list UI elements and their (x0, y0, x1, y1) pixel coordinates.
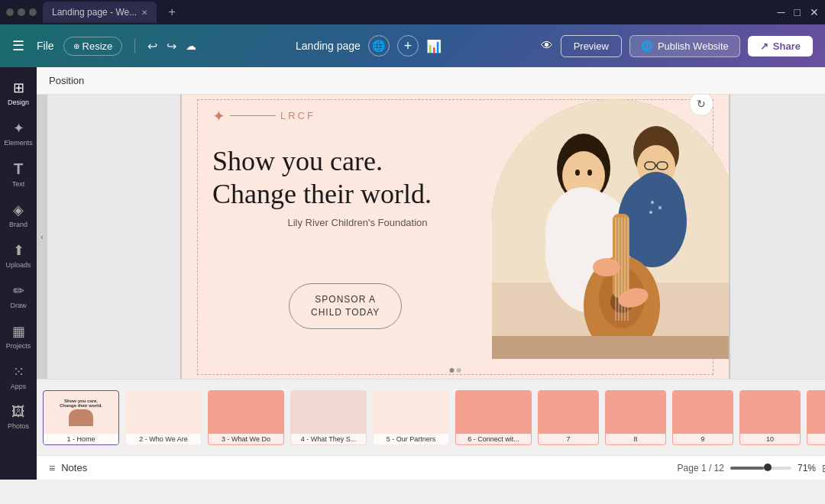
logo-area: ✦ LRCF (212, 107, 315, 125)
zoom-slider[interactable] (730, 467, 791, 470)
sidebar: ⊞ Design ✦ Elements T Text ◈ Brand ⬆ Upl… (0, 67, 37, 480)
svg-point-5 (575, 170, 580, 176)
view-toggle: ⊞ ⊟ (822, 462, 825, 474)
logo-text: LRCF (280, 110, 315, 121)
scroll-left-handle[interactable]: ‹ (37, 95, 47, 379)
canvas[interactable]: ✦ LRCF Show you care. Change their world… (180, 95, 730, 379)
publish-button[interactable]: 🌐 Publish Website (629, 35, 740, 57)
thumb-11-label: 11 (807, 434, 825, 444)
thumb-1-title: Show you care.Change their world. (60, 399, 102, 408)
refresh-button[interactable]: ↻ (689, 95, 713, 116)
scroll-dots (450, 368, 461, 373)
sidebar-item-photos[interactable]: 🖼 Photos (0, 398, 37, 435)
globe-button[interactable]: 🌐 (368, 35, 390, 57)
projects-label: Projects (6, 342, 31, 350)
thumbnail-3[interactable]: 3 - What We Do (208, 390, 284, 445)
preview-label: Preview (574, 40, 609, 52)
cta-line2: CHILD TODAY (311, 306, 380, 319)
thumbnail-5[interactable]: 5 - Our Partners (373, 390, 449, 445)
thumbnail-10[interactable]: 10 (739, 390, 801, 445)
sidebar-item-uploads[interactable]: ⬆ Uploads (0, 236, 37, 273)
undo-button[interactable]: ↩ (147, 39, 157, 53)
notes-label[interactable]: Notes (61, 462, 87, 473)
draw-icon: ✏ (13, 283, 24, 299)
thumbnail-8[interactable]: 8 (605, 390, 666, 445)
sidebar-item-text[interactable]: T Text (0, 154, 37, 192)
sidebar-item-draw[interactable]: ✏ Draw (0, 276, 37, 314)
globe-icon: 🌐 (372, 40, 385, 52)
hamburger-icon[interactable]: ☰ (12, 37, 24, 54)
dot-2 (18, 8, 25, 16)
cta-button[interactable]: SPONSOR A CHILD TODAY (289, 283, 402, 329)
svg-rect-21 (613, 214, 629, 298)
thumbnail-11[interactable]: 11 (807, 390, 825, 445)
svg-point-17 (649, 211, 652, 214)
apps-icon: ⁙ (13, 363, 24, 380)
thumb-1-img (69, 409, 93, 426)
thumb-7-label: 7 (539, 434, 598, 444)
file-menu[interactable]: File (37, 40, 54, 52)
sidebar-item-apps[interactable]: ⁙ Apps (0, 357, 37, 395)
sidebar-item-brand[interactable]: ◈ Brand (0, 195, 37, 233)
add-page-button[interactable]: + (397, 35, 419, 57)
draw-label: Draw (10, 302, 26, 309)
share-icon: ↗ (760, 40, 768, 52)
logo-star-icon: ✦ (212, 107, 225, 125)
uploads-icon: ⬆ (13, 242, 24, 259)
canvas-inner: ✦ LRCF Show you care. Change their world… (182, 95, 729, 379)
elements-icon: ✦ (13, 120, 24, 137)
grid-view-button[interactable]: ⊞ (822, 462, 825, 474)
preview-button[interactable]: Preview (561, 35, 622, 57)
minimize-button[interactable]: ─ (778, 6, 785, 18)
bottom-bar: ≡ Notes Page 1 / 12 71% ⊞ ⊟ ⛶ (37, 455, 825, 480)
cta-line1: SPONSOR A (311, 293, 380, 306)
thumbnail-4[interactable]: 4 - What They S... (290, 390, 367, 445)
photos-label: Photos (8, 422, 29, 430)
canvas-area[interactable]: ‹ ✦ LRCF Show you care. Change thei (37, 95, 825, 379)
share-button[interactable]: ↗ Share (748, 36, 813, 57)
resize-label: Resize (82, 40, 113, 52)
thumb-3-label: 3 - What We Do (209, 434, 283, 444)
projects-icon: ▦ (12, 323, 25, 340)
scroll-dot-2 (457, 368, 461, 373)
thumbnail-9[interactable]: 9 (672, 390, 733, 445)
position-bar: Position (37, 67, 825, 95)
sidebar-item-elements[interactable]: ✦ Elements (0, 114, 37, 151)
thumbnail-6[interactable]: 6 - Connect wit... (455, 390, 532, 445)
position-label: Position (49, 75, 84, 86)
main-layout: ⊞ Design ✦ Elements T Text ◈ Brand ⬆ Upl… (0, 67, 825, 480)
eye-icon[interactable]: 👁 (541, 39, 553, 53)
dot-3 (29, 8, 37, 16)
add-icon: + (404, 38, 412, 54)
svg-point-14 (627, 172, 685, 248)
separator-1 (134, 38, 135, 53)
resize-icon: ⊕ (73, 42, 79, 50)
thumbnail-7[interactable]: 7 (538, 390, 599, 445)
brand-label: Brand (9, 221, 28, 228)
chart-icon[interactable]: 📊 (426, 39, 442, 53)
notes-icon: ≡ (49, 462, 55, 474)
cloud-button[interactable]: ☁ (186, 40, 196, 52)
new-tab-button[interactable]: + (163, 3, 181, 21)
thumb-4-label: 4 - What They S... (291, 434, 366, 444)
thumb-5-label: 5 - Our Partners (374, 434, 448, 444)
title-bar: Landing page - We... ✕ + ─ □ ✕ (0, 0, 825, 24)
thumb-6-content (456, 391, 531, 434)
resize-button[interactable]: ⊕ Resize (63, 37, 123, 56)
close-button[interactable]: ✕ (810, 6, 819, 18)
publish-icon: 🌐 (641, 40, 653, 52)
thumbnail-1[interactable]: Show you care.Change their world. 1 - Ho… (43, 390, 119, 445)
design-label: Design (8, 99, 29, 106)
tab-close-icon[interactable]: ✕ (141, 8, 147, 17)
svg-point-16 (658, 206, 662, 209)
refresh-icon: ↻ (697, 98, 706, 110)
thumbnail-2[interactable]: 2 - Who We Are (125, 390, 202, 445)
sidebar-item-projects[interactable]: ▦ Projects (0, 317, 37, 354)
sidebar-item-design[interactable]: ⊞ Design (0, 73, 37, 111)
redo-button[interactable]: ↪ (167, 39, 176, 53)
thumb-8-label: 8 (606, 434, 665, 444)
maximize-button[interactable]: □ (794, 6, 801, 18)
tab-title: Landing page - We... (52, 7, 137, 18)
zoom-thumb[interactable] (764, 464, 772, 471)
browser-tab[interactable]: Landing page - We... ✕ (43, 2, 157, 23)
